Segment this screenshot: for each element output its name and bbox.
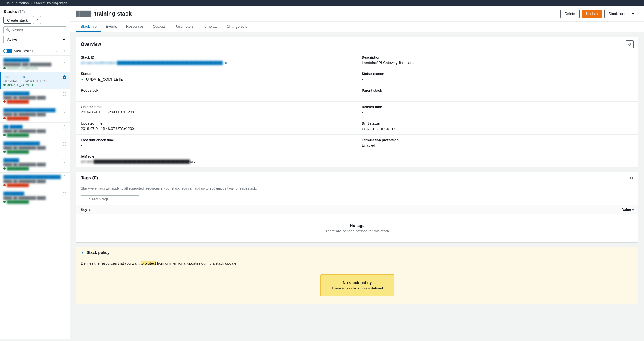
value-sort-icon[interactable]: ▾: [632, 208, 634, 211]
stack-radio[interactable]: [63, 59, 66, 63]
stack-date: ████ ██ ████████ ████: [3, 96, 61, 99]
tags-search-input[interactable]: [81, 195, 139, 203]
created-time-value: 2019-06-18 11:14:34 UTC+1200: [81, 110, 353, 114]
breadcrumb-stacks: Stacks:: [34, 1, 45, 5]
create-stack-button[interactable]: Create stack: [3, 17, 31, 24]
stack-radio[interactable]: [63, 125, 66, 129]
stack-status: ██████████: [3, 167, 61, 170]
filter-row: Active: [3, 35, 66, 45]
stack-id-link[interactable]: arn:aws:cloudformation:█████████████████…: [81, 61, 227, 65]
list-item[interactable]: training-stack 2019-06-18 11:14:34 UTC+1…: [0, 72, 70, 89]
list-item[interactable]: ████████ ████ ██ ████████ ████ █████████…: [0, 189, 70, 206]
description-field: Description Lambda/API Gateway Template.: [357, 52, 638, 68]
status-text: ██████████: [7, 133, 29, 137]
stack-title-prefix: ████-: [76, 11, 92, 17]
drift-status-field: Drift status ⊖ NOT_CHECKED: [357, 118, 638, 135]
stack-policy-title: Stack policy: [87, 250, 110, 255]
stack-name: ██████████: [3, 91, 61, 96]
stack-policy-section: ▼ Stack policy Defines the resources tha…: [76, 247, 638, 304]
breadcrumb-sep-1: >: [30, 1, 32, 5]
stack-status: ██████████: [3, 200, 61, 203]
stack-actions-button[interactable]: Stack actions ▾: [604, 10, 638, 18]
prev-page-button[interactable]: ‹: [55, 48, 59, 54]
status-indicator: [3, 117, 6, 119]
description-value: Lambda/API Gateway Template.: [362, 61, 634, 65]
stack-date: ████████ ███ ██████████: [3, 63, 61, 66]
overview-grid: Stack ID arn:aws:cloudformation:████████…: [76, 52, 638, 167]
stack-radio[interactable]: [63, 175, 66, 179]
search-box-wrapper: 🔍: [3, 26, 66, 33]
list-item[interactable]: ██████████ ████ ██ ████████ ████ ███████…: [0, 89, 70, 106]
stack-status: UPDATE_COMPLETE: [3, 67, 61, 70]
breadcrumb-cloudformation[interactable]: CloudFormation: [5, 1, 29, 5]
status-indicator: [3, 167, 6, 170]
external-link-icon: ⧉: [225, 61, 227, 65]
stack-radio[interactable]: [63, 109, 66, 113]
tab-outputs[interactable]: Outputs: [148, 22, 170, 32]
page-number: 1: [60, 49, 62, 53]
tab-events[interactable]: Events: [101, 22, 122, 32]
tags-header: Tags (0) ⚙: [76, 172, 638, 184]
status-text: ██████████: [7, 100, 29, 103]
list-item[interactable]: ████████████████████ ████ ██ ████████ ██…: [0, 106, 70, 123]
sidebar-actions: Create stack ↺: [3, 16, 66, 24]
deleted-time-value: -: [362, 110, 634, 114]
search-input[interactable]: [11, 28, 64, 32]
stack-date: ████ ██ ████████ ████: [3, 163, 61, 166]
stack-radio[interactable]: [63, 92, 66, 96]
page-title: ████-training-stack: [76, 10, 132, 17]
breadcrumb-stack-link[interactable]: training-stack: [47, 1, 67, 5]
filter-select[interactable]: Active: [3, 36, 66, 43]
tab-change-sets[interactable]: Change sets: [222, 22, 252, 32]
stack-list: ██████████ ████████ ███ ██████████ UPDAT…: [0, 56, 70, 339]
status-indicator: [3, 151, 6, 153]
updated-time-field: Updated time 2019-07-04 15:48:07 UTC+120…: [76, 118, 357, 135]
tab-stack-info[interactable]: Stack info: [76, 22, 101, 32]
policy-body: Defines the resources that you want to p…: [76, 258, 638, 304]
tab-parameters[interactable]: Parameters: [170, 22, 198, 32]
list-item[interactable]: ██████████████ ████ ██ ████████ ████ ███…: [0, 139, 70, 156]
stack-radio[interactable]: [63, 75, 66, 79]
tab-template[interactable]: Template: [198, 22, 222, 32]
status-reason-label: Status reason: [362, 72, 634, 76]
last-drift-value: -: [81, 143, 353, 147]
list-item[interactable]: ██ █████ ████ ██ ████████ ████ █████████…: [0, 123, 70, 139]
stack-date: ████ ██ ████████ ████: [3, 146, 61, 149]
tags-search-row: 🔍: [76, 193, 638, 205]
key-sort-icon[interactable]: ▲: [88, 208, 91, 211]
stack-name: ██████████████: [3, 141, 61, 146]
stack-name: ██ █████: [3, 125, 61, 129]
status-indicator: [3, 84, 6, 86]
main-content: ████-training-stack Delete Update Stack …: [70, 6, 644, 339]
status-indicator: [3, 134, 6, 136]
tags-search-wrap: 🔍: [81, 195, 183, 203]
tab-resources[interactable]: Resources: [122, 22, 148, 32]
list-item[interactable]: ██████████ ████████ ███ ██████████ UPDAT…: [0, 56, 70, 72]
stack-status: ██████████: [3, 117, 61, 120]
status-indicator: [3, 67, 6, 69]
list-item[interactable]: ██████████████████████ ████ ██ ████████ …: [0, 173, 70, 189]
last-drift-label: Last drift check time: [81, 138, 353, 142]
last-drift-field: Last drift check time -: [76, 135, 357, 151]
status-text: UPDATE_COMPLETE: [7, 67, 38, 70]
tags-settings-icon[interactable]: ⚙: [630, 176, 634, 180]
stack-radio[interactable]: [63, 142, 66, 146]
stack-radio[interactable]: [63, 159, 66, 163]
status-text: ██████████: [7, 183, 29, 187]
list-item[interactable]: ██████ ████ ██ ████████ ████ ██████████: [0, 156, 70, 173]
next-page-button[interactable]: ›: [63, 48, 66, 54]
created-time-label: Created time: [81, 105, 353, 109]
header-actions: Delete Update Stack actions ▾: [560, 10, 638, 18]
view-nested-toggle[interactable]: [3, 49, 12, 53]
drift-badge: ⊖ NOT_CHECKED: [362, 126, 634, 131]
status-value: ✓ UPDATE_COMPLETE: [81, 77, 353, 82]
root-stack-value: -: [81, 94, 353, 98]
delete-button[interactable]: Delete: [560, 10, 580, 18]
stack-radio[interactable]: [63, 192, 66, 196]
stack-name: ██████████: [3, 58, 61, 62]
refresh-overview-button[interactable]: ↺: [626, 40, 634, 48]
refresh-stacks-button[interactable]: ↺: [33, 16, 41, 24]
update-button[interactable]: Update: [582, 10, 602, 18]
stack-date: ████ ██ ████████ ████: [3, 129, 61, 133]
stack-policy-header[interactable]: ▼ Stack policy: [76, 247, 638, 258]
